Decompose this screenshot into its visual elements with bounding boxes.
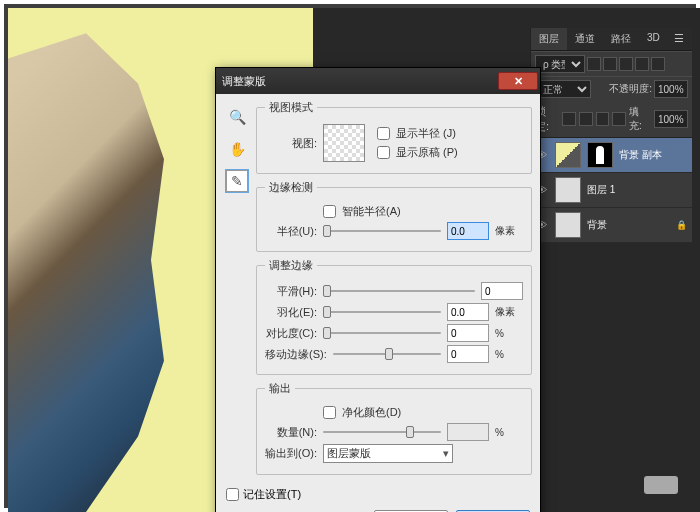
filter-icon[interactable]: [651, 57, 665, 71]
view-preview-button[interactable]: [323, 124, 365, 162]
output-group: 输出 净化颜色(D) 数量(N):% 输出到(O):图层蒙版: [256, 381, 532, 475]
layer-row[interactable]: 👁 背景 🔒: [531, 208, 692, 243]
layer-kind-select[interactable]: ρ 类型: [535, 55, 585, 73]
unit-label: %: [495, 328, 523, 339]
shift-edge-input[interactable]: [447, 345, 489, 363]
hand-tool-icon[interactable]: ✋: [226, 138, 248, 160]
checkbox-label: 记住设置(T): [243, 487, 301, 502]
tab-3d[interactable]: 3D: [639, 28, 668, 50]
blend-mode-select[interactable]: 正常: [535, 80, 591, 98]
smooth-input[interactable]: [481, 282, 523, 300]
filter-icon[interactable]: [587, 57, 601, 71]
select-value: 图层蒙版: [327, 446, 371, 461]
feather-slider[interactable]: [323, 304, 441, 320]
fill-value[interactable]: [654, 110, 688, 128]
layer-row[interactable]: 👁 图层 1: [531, 173, 692, 208]
radius-input[interactable]: [447, 222, 489, 240]
refine-mask-dialog: 调整蒙版 ✕ 🔍 ✋ ✎ 视图模式 视图: 显示半径 (J) 显示原稿 (P) …: [215, 67, 541, 512]
edge-detection-group: 边缘检测 智能半径(A) 半径(U): 像素: [256, 180, 532, 252]
filter-icon[interactable]: [635, 57, 649, 71]
unit-label: %: [495, 427, 523, 438]
layer-name[interactable]: 图层 1: [587, 183, 615, 197]
remember-settings-checkbox[interactable]: [226, 488, 239, 501]
layer-name[interactable]: 背景: [587, 218, 607, 232]
view-mode-group: 视图模式 视图: 显示半径 (J) 显示原稿 (P): [256, 100, 532, 174]
group-label: 边缘检测: [265, 180, 317, 195]
dialog-titlebar[interactable]: 调整蒙版 ✕: [216, 68, 540, 94]
watermark: [644, 476, 678, 494]
decontaminate-checkbox[interactable]: [323, 406, 336, 419]
view-label: 视图:: [265, 136, 317, 151]
adjust-edge-group: 调整边缘 平滑(H): 羽化(E):像素 对比度(C):% 移动边缘(S):%: [256, 258, 532, 375]
contrast-slider[interactable]: [323, 325, 441, 341]
layer-thumb[interactable]: [555, 212, 581, 238]
show-original-checkbox[interactable]: [377, 146, 390, 159]
shift-edge-slider[interactable]: [333, 346, 441, 362]
checkbox-label: 智能半径(A): [342, 204, 401, 219]
tab-channels[interactable]: 通道: [567, 28, 603, 50]
contrast-input[interactable]: [447, 324, 489, 342]
layer-thumb[interactable]: [555, 142, 581, 168]
smooth-slider[interactable]: [323, 283, 475, 299]
amount-slider: [323, 424, 441, 440]
tab-layers[interactable]: 图层: [531, 28, 567, 50]
lock-position-icon[interactable]: [596, 112, 610, 126]
tab-paths[interactable]: 路径: [603, 28, 639, 50]
feather-label: 羽化(E):: [265, 305, 317, 320]
layers-panel: 图层 通道 路径 3D ☰ ρ 类型 正常 不透明度: 锁定: 填充: 👁 背景…: [530, 28, 692, 243]
radius-slider[interactable]: [323, 223, 441, 239]
shift-edge-label: 移动边缘(S):: [265, 347, 327, 362]
layer-mask-thumb[interactable]: [587, 142, 613, 168]
filter-icon[interactable]: [603, 57, 617, 71]
close-button[interactable]: ✕: [498, 72, 538, 90]
lock-transparent-icon[interactable]: [562, 112, 576, 126]
show-radius-checkbox[interactable]: [377, 127, 390, 140]
radius-label: 半径(U):: [265, 224, 317, 239]
opacity-label: 不透明度:: [609, 82, 652, 96]
smart-radius-checkbox[interactable]: [323, 205, 336, 218]
contrast-label: 对比度(C):: [265, 326, 317, 341]
panel-menu-icon[interactable]: ☰: [668, 28, 690, 50]
amount-input: [447, 423, 489, 441]
feather-input[interactable]: [447, 303, 489, 321]
lock-all-icon[interactable]: [612, 112, 626, 126]
checkbox-label: 显示半径 (J): [396, 126, 456, 141]
checkbox-label: 净化颜色(D): [342, 405, 401, 420]
fill-label: 填充:: [629, 105, 651, 133]
filter-icon[interactable]: [619, 57, 633, 71]
lock-paint-icon[interactable]: [579, 112, 593, 126]
group-label: 调整边缘: [265, 258, 317, 273]
amount-label: 数量(N):: [265, 425, 317, 440]
layer-row[interactable]: 👁 背景 副本: [531, 138, 692, 173]
smooth-label: 平滑(H):: [265, 284, 317, 299]
group-label: 视图模式: [265, 100, 317, 115]
dialog-title: 调整蒙版: [218, 74, 266, 89]
layer-thumb[interactable]: [555, 177, 581, 203]
refine-brush-tool-icon[interactable]: ✎: [226, 170, 248, 192]
group-label: 输出: [265, 381, 295, 396]
unit-label: %: [495, 349, 523, 360]
unit-label: 像素: [495, 305, 523, 319]
opacity-value[interactable]: [654, 80, 688, 98]
unit-label: 像素: [495, 224, 523, 238]
output-to-select[interactable]: 图层蒙版: [323, 444, 453, 463]
checkbox-label: 显示原稿 (P): [396, 145, 458, 160]
lock-icon: 🔒: [676, 220, 687, 230]
layer-name[interactable]: 背景 副本: [619, 148, 662, 162]
output-to-label: 输出到(O):: [265, 446, 317, 461]
zoom-tool-icon[interactable]: 🔍: [226, 106, 248, 128]
